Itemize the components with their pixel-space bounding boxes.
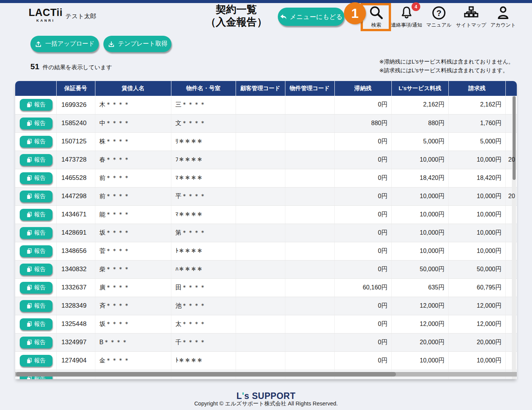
report-button[interactable]: 報告 <box>20 118 52 129</box>
cell-customer-code <box>236 96 285 114</box>
cell-property-code <box>285 278 334 297</box>
cell-tenant-name: 前＊＊＊＊ <box>95 187 171 205</box>
cell-billing-balance: 10,000円 <box>448 205 505 224</box>
report-button-label: 報告 <box>34 193 46 200</box>
cell-guarantee-no: 1699326 <box>56 96 95 114</box>
column-header-3: 物件名・号室 <box>171 81 236 96</box>
cell-billing-balance: 12,000円 <box>448 297 505 315</box>
cell-arrears-balance: 0円 <box>334 169 391 187</box>
cell-customer-code <box>236 187 285 205</box>
copyright-text: Copyright © エルズサポート株式会社 All Rights Reser… <box>0 400 532 407</box>
report-button[interactable]: 報告 <box>20 209 52 221</box>
report-button-label: 報告 <box>34 248 46 255</box>
report-button[interactable]: 報告 <box>20 99 52 111</box>
nav-label-notifications: 連絡事項/通知 <box>386 22 428 29</box>
page-title-line1: 契約一覧 <box>198 3 274 16</box>
report-button[interactable]: 報告 <box>20 355 52 367</box>
nav-item-sitemap[interactable]: サイトマップ <box>455 5 488 29</box>
footer-logo: L's SUPPORT <box>0 391 532 401</box>
report-button[interactable]: 報告 <box>20 154 52 166</box>
cell-customer-code <box>236 315 285 333</box>
page-title: 契約一覧 （入金報告） <box>198 3 274 29</box>
report-button-label: 報告 <box>34 229 46 237</box>
vertical-scrollbar-thumb[interactable] <box>513 96 516 180</box>
table-row: 報告 1434671 能＊＊＊＊ ﾏ＊＊＊＊ 0円 10,000円 10,000… <box>15 205 517 224</box>
table-row: 報告 1328349 斉＊＊＊＊ 池＊＊＊＊ 0円 12,000円 12,000… <box>15 297 517 315</box>
report-button[interactable]: 報告 <box>20 172 52 184</box>
report-button[interactable]: 報告 <box>20 136 52 148</box>
report-doc-icon <box>27 358 32 364</box>
report-button-label: 報告 <box>34 211 46 218</box>
results-summary: 51 件の結果を表示しています <box>30 62 112 71</box>
cell-arrears-balance: 0円 <box>334 333 391 351</box>
cell-extra: 20 <box>508 193 515 199</box>
get-template-label: テンプレート取得 <box>118 40 168 48</box>
footer-logo-rest: s SUPPORT <box>244 391 296 401</box>
logo-subtext: KANRI <box>28 19 63 22</box>
cell-service-fee-balance: 10,000円 <box>391 205 448 224</box>
report-button[interactable]: 報告 <box>20 245 52 257</box>
cell-service-fee-balance: 635円 <box>391 278 448 297</box>
cell-property-code <box>285 151 334 169</box>
cell-guarantee-no: 1332637 <box>56 278 95 297</box>
cell-service-fee-balance: 10,000円 <box>391 242 448 260</box>
report-button[interactable]: 報告 <box>20 318 52 330</box>
report-doc-icon <box>27 248 32 254</box>
bulk-upload-button[interactable]: 一括アップロード <box>30 36 99 52</box>
cell-arrears-balance: 0円 <box>334 242 391 260</box>
column-header-0 <box>15 81 56 96</box>
report-button[interactable]: 報告 <box>20 191 52 202</box>
nav-label-account: アカウント <box>488 22 518 29</box>
cell-arrears-balance: 0円 <box>334 151 391 169</box>
column-header-4: 顧客管理コード <box>236 81 285 96</box>
cell-tenant-name: 菅＊＊＊＊ <box>95 242 171 260</box>
cell-property-name: 池＊＊＊＊ <box>171 297 236 315</box>
cell-billing-balance: 18,420円 <box>448 169 505 187</box>
report-button-label: 報告 <box>34 357 46 364</box>
cell-billing-balance: 1,760円 <box>448 114 505 132</box>
nav-item-notifications[interactable]: 4 連絡事項/通知 <box>386 5 428 29</box>
cell-arrears-balance: 0円 <box>334 315 391 333</box>
report-doc-icon <box>27 212 32 218</box>
cell-property-name: ﾏ＊＊＊＊ <box>171 169 236 187</box>
cell-arrears-balance: 0円 <box>334 351 391 370</box>
cell-customer-code <box>236 242 285 260</box>
report-button-label: 報告 <box>34 120 46 127</box>
cell-customer-code <box>236 169 285 187</box>
cell-property-code <box>285 187 334 205</box>
horizontal-scrollbar-track[interactable] <box>15 372 517 377</box>
cell-guarantee-no: 1324997 <box>56 333 95 351</box>
horizontal-scrollbar-thumb[interactable] <box>16 372 396 377</box>
app-logo: LACTii KANRI <box>28 7 63 22</box>
nav-label-sitemap: サイトマップ <box>455 22 488 29</box>
cell-guarantee-no: 1507125 <box>56 132 95 151</box>
get-template-button[interactable]: テンプレート取得 <box>103 36 171 52</box>
help-icon: ? <box>424 5 453 21</box>
report-button[interactable]: 報告 <box>20 227 52 239</box>
cell-service-fee-balance: 5,000円 <box>391 132 448 151</box>
cell-tenant-name: 能＊＊＊＊ <box>95 205 171 224</box>
cell-property-name: ﾘ＊＊＊＊ <box>171 132 236 151</box>
cell-billing-balance: 20,000円 <box>448 333 505 351</box>
nav-item-manual[interactable]: ? マニュアル <box>424 5 453 29</box>
cell-property-name: 第＊＊＊＊ <box>171 224 236 242</box>
back-to-menu-button[interactable]: メニューにもどる <box>278 8 344 26</box>
cell-customer-code <box>236 224 285 242</box>
cell-guarantee-no: 1473728 <box>56 151 95 169</box>
nav-item-account[interactable]: アカウント <box>488 5 518 29</box>
cell-billing-balance: 10,000円 <box>448 151 505 169</box>
cell-billing-balance: 60,795円 <box>448 278 505 297</box>
cell-property-code <box>285 315 334 333</box>
cell-service-fee-balance: 50,000円 <box>391 260 448 278</box>
column-header-8: 請求残 <box>448 81 505 96</box>
report-button[interactable]: 報告 <box>20 337 52 348</box>
report-button[interactable]: 報告 <box>20 282 52 294</box>
cell-arrears-balance: 0円 <box>334 205 391 224</box>
cell-service-fee-balance: 18,420円 <box>391 169 448 187</box>
cell-guarantee-no: 1328349 <box>56 297 95 315</box>
report-button[interactable]: 報告 <box>20 300 52 312</box>
report-button-label: 報告 <box>34 339 46 346</box>
cell-property-name: 田＊＊＊＊ <box>171 278 236 297</box>
report-button[interactable]: 報告 <box>20 264 52 275</box>
cell-arrears-balance: 0円 <box>334 297 391 315</box>
